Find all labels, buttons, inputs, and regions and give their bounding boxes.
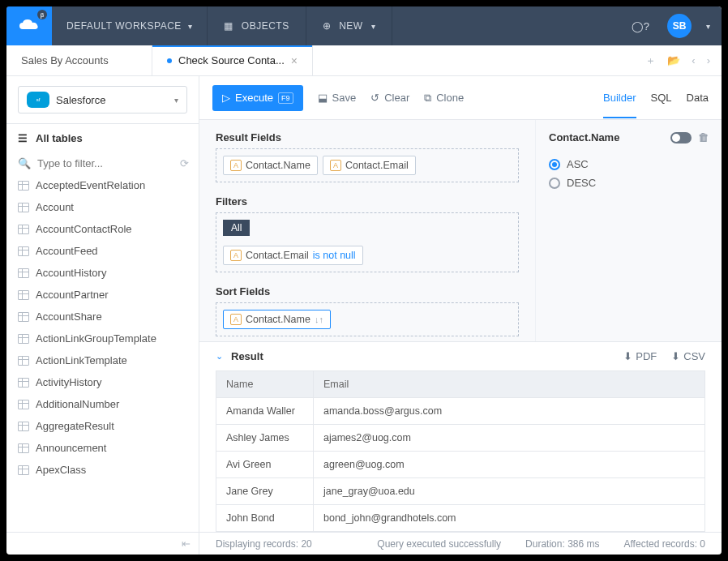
view-tab-sql[interactable]: SQL — [651, 92, 672, 118]
table-icon — [18, 465, 29, 475]
result-fields-zone[interactable]: AContact.Name AContact.Email — [216, 148, 519, 182]
table-row[interactable]: John Bondbond_john@grandhotels.com — [216, 504, 704, 531]
table-icon — [18, 246, 29, 256]
grid-icon: ▦ — [224, 20, 233, 32]
collapse-sidebar-icon[interactable]: ⇤ — [182, 537, 191, 550]
filters-zone[interactable]: All AContact.Email is not null — [216, 212, 519, 272]
filter-chip[interactable]: AContact.Email is not null — [223, 246, 363, 265]
table-icon — [18, 181, 29, 191]
table-icon — [18, 356, 29, 366]
sort-asc-radio[interactable]: ASC — [549, 155, 709, 173]
salesforce-icon: sf — [27, 92, 49, 108]
refresh-icon[interactable]: ⟳ — [180, 157, 189, 169]
chevron-down-icon: ▾ — [371, 22, 376, 31]
table-item[interactable]: AccountFeed — [6, 240, 199, 262]
chevron-down-icon: ▾ — [188, 22, 193, 31]
next-tab-icon[interactable]: › — [707, 54, 710, 66]
table-icon — [18, 443, 29, 453]
all-tables-header[interactable]: ☰ All tables — [6, 123, 199, 152]
table-item[interactable]: Account — [6, 196, 199, 218]
table-row[interactable]: Ashley Jamesajames2@uog.com — [216, 424, 704, 451]
table-icon — [18, 268, 29, 278]
tab-sales-by-accounts[interactable]: Sales By Accounts — [6, 45, 152, 75]
clear-button[interactable]: ↺Clear — [370, 92, 409, 104]
beta-badge: β — [37, 10, 47, 19]
copy-icon: ⧉ — [424, 92, 431, 105]
sidebar: sf Salesforce ▾ ☰ All tables 🔍 ⟳ Accepte… — [6, 76, 199, 555]
prev-tab-icon[interactable]: ‹ — [692, 54, 695, 66]
open-file-icon[interactable]: 📂 — [667, 54, 680, 66]
view-tab-builder[interactable]: Builder — [603, 92, 636, 118]
unsaved-dot-icon — [167, 58, 172, 63]
database-icon: ☰ — [18, 132, 28, 144]
connection-selector[interactable]: sf Salesforce ▾ — [18, 86, 187, 113]
export-csv-button[interactable]: ⬇CSV — [671, 350, 705, 362]
topbar: β DEFAULT WORKSPACE ▾ ▦ OBJECTS ⊕ NEW ▾ … — [6, 6, 722, 45]
undo-icon: ↺ — [370, 92, 379, 104]
table-icon — [18, 290, 29, 300]
field-chip[interactable]: AContact.Name — [223, 156, 318, 175]
table-item[interactable]: ActionLinkTemplate — [6, 349, 199, 371]
sort-fields-zone[interactable]: AContact.Name ↓↑ — [216, 302, 519, 336]
column-header[interactable]: Name — [216, 371, 314, 397]
table-filter-input[interactable] — [37, 157, 173, 169]
user-menu-caret[interactable]: ▾ — [695, 22, 722, 31]
status-duration: Duration: 386 ms — [525, 538, 599, 550]
column-header[interactable]: Email — [314, 371, 704, 397]
collapse-result-icon[interactable]: ⌄ — [216, 351, 223, 362]
table-item[interactable]: Announcement — [6, 437, 199, 459]
chevron-down-icon: ▾ — [174, 96, 178, 105]
table-item[interactable]: AccountPartner — [6, 284, 199, 306]
sort-chip[interactable]: AContact.Name ↓↑ — [223, 310, 331, 329]
result-fields-label: Result Fields — [216, 131, 519, 143]
table-item[interactable]: ActionLinkGroupTemplate — [6, 328, 199, 349]
search-icon: 🔍 — [18, 157, 31, 169]
table-item[interactable]: AdditionalNumber — [6, 393, 199, 415]
table-item[interactable]: AccountShare — [6, 306, 199, 328]
delete-icon[interactable]: 🗑 — [698, 131, 709, 143]
table-row[interactable]: Jane Greyjane_gray@uoa.edu — [216, 477, 704, 504]
table-icon — [18, 312, 29, 322]
table-item[interactable]: AccountHistory — [6, 262, 199, 284]
result-title: Result — [231, 350, 263, 362]
sort-properties-panel: Contact.Name 🗑 ASC DESC — [535, 120, 722, 341]
status-message: Query executed successfully — [377, 538, 501, 550]
status-records: Displaying records: 20 — [216, 538, 312, 550]
status-affected: Affected records: 0 — [624, 538, 706, 550]
field-chip[interactable]: AContact.Email — [323, 156, 416, 175]
table-icon — [18, 203, 29, 212]
help-icon[interactable]: ◯? — [620, 20, 661, 32]
table-icon — [18, 225, 29, 234]
tab-check-source-contacts[interactable]: Check Source Conta... × — [152, 45, 313, 75]
sort-desc-radio[interactable]: DESC — [549, 173, 709, 192]
app-logo[interactable]: β — [6, 6, 52, 45]
table-item[interactable]: ActivityHistory — [6, 371, 199, 393]
table-row[interactable]: Amanda Walleramanda.boss@argus.com — [216, 397, 704, 424]
table-icon — [18, 422, 29, 431]
play-icon: ▷ — [222, 92, 230, 104]
workspace-selector[interactable]: DEFAULT WORKSPACE ▾ — [52, 6, 208, 45]
add-tab-icon[interactable]: ＋ — [645, 54, 656, 68]
export-pdf-button[interactable]: ⬇PDF — [623, 350, 657, 362]
table-item[interactable]: AggregateResult — [6, 415, 199, 437]
tab-bar: Sales By Accounts Check Source Conta... … — [6, 45, 722, 76]
filter-group-all[interactable]: All — [223, 220, 250, 236]
nav-objects[interactable]: ▦ OBJECTS — [208, 6, 306, 45]
user-avatar[interactable]: SB — [667, 14, 692, 38]
view-tab-data[interactable]: Data — [687, 92, 709, 118]
table-row[interactable]: Avi Greenagreen@uog.com — [216, 451, 704, 477]
table-item[interactable]: AcceptedEventRelation — [6, 174, 199, 196]
nav-new[interactable]: ⊕ NEW ▾ — [306, 6, 393, 45]
execute-button[interactable]: ▷ Execute F9 — [212, 85, 303, 111]
table-icon — [18, 378, 29, 388]
plus-circle-icon: ⊕ — [323, 20, 332, 32]
table-item[interactable]: ApexClass — [6, 459, 199, 481]
sort-asc-icon: ↓↑ — [315, 315, 323, 324]
filters-label: Filters — [216, 195, 519, 208]
table-icon — [18, 400, 29, 409]
save-button[interactable]: ⬓Save — [318, 92, 357, 104]
clone-button[interactable]: ⧉Clone — [424, 92, 464, 105]
sort-enabled-toggle[interactable] — [670, 132, 692, 143]
close-tab-icon[interactable]: × — [291, 54, 298, 67]
table-item[interactable]: AccountContactRole — [6, 218, 199, 240]
